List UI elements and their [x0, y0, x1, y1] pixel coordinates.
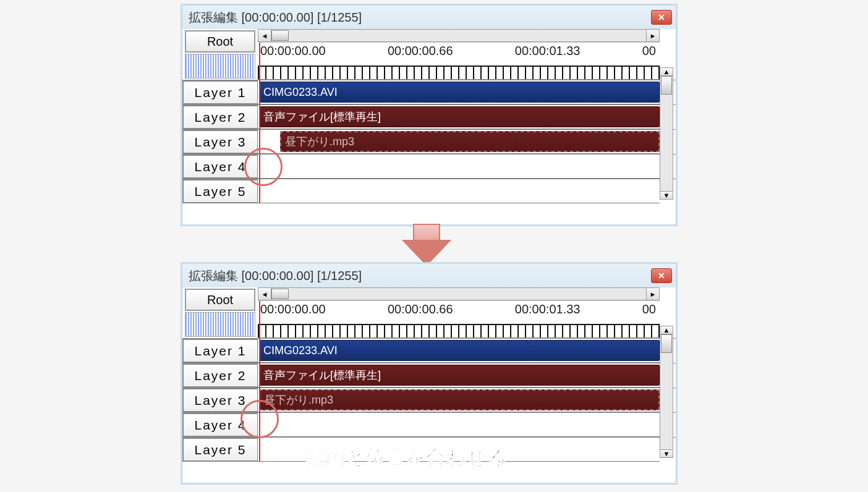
video-clip[interactable]: CIMG0233.AVI	[259, 82, 660, 103]
clip-label: 昼下がり.mp3	[285, 134, 354, 149]
v-scroll-track[interactable]	[660, 334, 673, 449]
scroll-left-icon[interactable]: ◄	[258, 287, 271, 300]
root-button[interactable]: Root	[185, 289, 255, 311]
v-scroll-thumb[interactable]	[661, 334, 672, 353]
h-scroll-thumb[interactable]	[271, 30, 289, 41]
scroll-down-icon[interactable]: ▼	[660, 449, 673, 458]
layer-track-3[interactable]: 昼下がり.mp3	[258, 388, 660, 412]
window-title: 拡張編集 [00:00:00.00] [1/1255]	[186, 9, 651, 26]
ruler-ticks	[258, 66, 660, 79]
h-scroll-track[interactable]	[271, 29, 646, 42]
v-scroll-thumb[interactable]	[661, 76, 672, 95]
close-button[interactable]: ✕	[651, 10, 672, 25]
time-label: 00:00:01.33	[515, 44, 581, 58]
h-scroll-thumb[interactable]	[271, 289, 289, 299]
scroll-left-icon[interactable]: ◄	[258, 29, 271, 42]
h-scrollbar[interactable]: ◄ ►	[258, 287, 660, 301]
layer-label-5[interactable]: Layer 5	[182, 438, 258, 462]
scroll-right-icon[interactable]: ►	[646, 29, 660, 42]
clip-label: 音声ファイル[標準再生]	[263, 368, 381, 383]
titlebar: 拡張編集 [00:00:00.00] [1/1255] ✕	[182, 264, 676, 287]
time-label: 00	[642, 44, 656, 58]
time-label: 00:00:00.66	[388, 302, 453, 316]
scroll-up-icon[interactable]: ▲	[660, 67, 673, 76]
time-label: 00:00:01.33	[515, 302, 581, 316]
layer-track-2[interactable]: 音声ファイル[標準再生]	[258, 363, 660, 388]
playhead[interactable]	[259, 301, 260, 462]
layer-label-1[interactable]: Layer 1	[182, 80, 258, 104]
playhead[interactable]	[259, 43, 260, 203]
waveform-thumb	[185, 54, 255, 78]
v-scroll-track[interactable]	[660, 76, 673, 191]
time-ruler[interactable]: 00:00:00.00 00:00:00.66 00:00:01.33 00	[258, 43, 660, 80]
layer-track-5[interactable]	[258, 179, 660, 203]
layer-label-2[interactable]: Layer 2	[182, 105, 258, 129]
time-label: 00:00:00.00	[260, 302, 326, 316]
layer-track-4[interactable]	[258, 155, 660, 179]
audio-clip-2-aligned[interactable]: 昼下がり.mp3	[259, 389, 660, 410]
close-icon: ✕	[658, 12, 665, 22]
audio-clip-1[interactable]: 音声ファイル[標準再生]	[259, 365, 660, 386]
layer-track-1[interactable]: CIMG0233.AVI	[258, 80, 660, 104]
h-scroll-track[interactable]	[271, 287, 646, 300]
layer-track-2[interactable]: 音声ファイル[標準再生]	[258, 105, 660, 129]
layer-label-2[interactable]: Layer 2	[182, 363, 258, 388]
titlebar: 拡張編集 [00:00:00.00] [1/1255] ✕	[182, 6, 676, 29]
close-button[interactable]: ✕	[651, 268, 672, 283]
caption-text: 動画と位置を合わせる	[306, 444, 507, 472]
layer-track-4[interactable]	[258, 413, 660, 437]
layer-label-1[interactable]: Layer 1	[182, 339, 258, 363]
clip-label: CIMG0233.AVI	[263, 344, 338, 357]
scroll-up-icon[interactable]: ▲	[660, 326, 673, 334]
time-label: 00:00:00.66	[388, 44, 453, 58]
layer-label-5[interactable]: Layer 5	[182, 179, 258, 203]
time-label: 00	[642, 302, 656, 316]
arrow-down-icon	[402, 224, 451, 267]
v-scrollbar[interactable]: ▲ ▼	[660, 67, 673, 200]
h-scrollbar[interactable]: ◄ ►	[258, 29, 660, 43]
time-label: 00:00:00.00	[260, 44, 326, 58]
layer-label-3[interactable]: Layer 3	[182, 130, 258, 154]
clip-label: 音声ファイル[標準再生]	[263, 109, 381, 124]
time-ruler[interactable]: 00:00:00.00 00:00:00.66 00:00:01.33 00	[258, 301, 660, 338]
audio-clip-2-offset[interactable]: 昼下がり.mp3	[280, 131, 660, 152]
layer-label-3[interactable]: Layer 3	[182, 388, 258, 412]
layer-track-3[interactable]: 昼下がり.mp3	[258, 130, 660, 154]
waveform-thumb	[185, 312, 255, 337]
layer-label-4[interactable]: Layer 4	[182, 413, 258, 437]
layer-track-1[interactable]: CIMG0233.AVI	[258, 339, 660, 363]
close-icon: ✕	[658, 271, 665, 281]
timeline-window-before: 拡張編集 [00:00:00.00] [1/1255] ✕ Root ◄ ► 0…	[181, 4, 678, 226]
v-scrollbar[interactable]: ▲ ▼	[660, 326, 673, 458]
clip-label: CIMG0233.AVI	[263, 86, 338, 99]
timeline-window-after: 拡張編集 [00:00:00.00] [1/1255] ✕ Root ◄ ► 0…	[181, 262, 678, 485]
window-title: 拡張編集 [00:00:00.00] [1/1255]	[186, 268, 651, 284]
clip-label: 昼下がり.mp3	[264, 392, 333, 407]
layer-label-4[interactable]: Layer 4	[182, 155, 258, 179]
ruler-ticks	[258, 324, 660, 337]
scroll-down-icon[interactable]: ▼	[660, 191, 673, 200]
video-clip[interactable]: CIMG0233.AVI	[259, 340, 660, 361]
scroll-right-icon[interactable]: ►	[646, 287, 660, 300]
audio-clip-1[interactable]: 音声ファイル[標準再生]	[259, 106, 660, 127]
root-button[interactable]: Root	[185, 30, 255, 53]
